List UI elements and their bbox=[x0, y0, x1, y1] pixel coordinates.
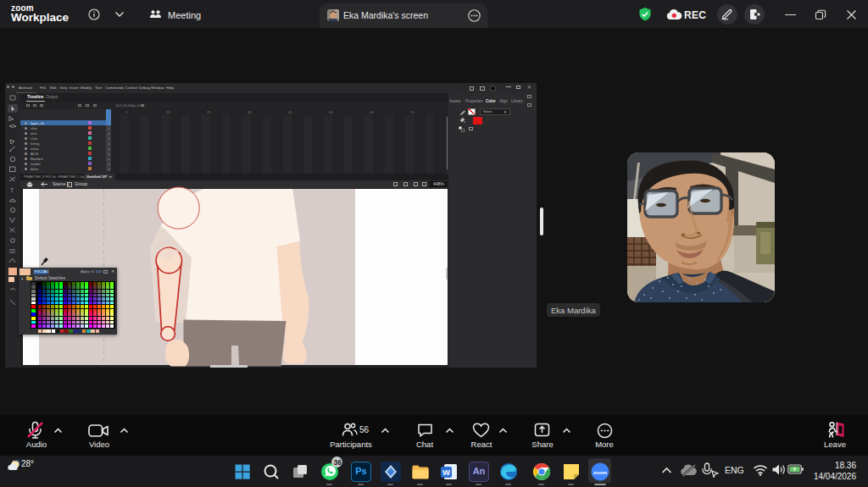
svg-text:W: W bbox=[442, 468, 450, 477]
svg-text:zoom: zoom bbox=[593, 469, 607, 475]
